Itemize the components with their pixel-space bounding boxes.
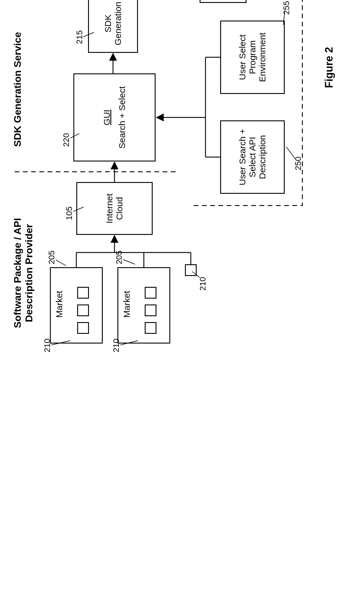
section-provider: Software Package / API Description Provi… [12, 211, 35, 335]
gui-title: GUI [102, 110, 112, 125]
market-box-1: Market [50, 267, 103, 344]
internet-cloud-box: Internet Cloud [76, 182, 153, 235]
ref-210c: 210 [198, 277, 208, 291]
ref-205b: 205 [114, 250, 124, 264]
diagram-stage: Software Package / API Description Provi… [12, 0, 352, 352]
sdk-generation-box: SDK Generation [88, 0, 138, 53]
user-edit-box: User Edit [200, 0, 247, 3]
user-search-label: User Search + Select API Description [237, 123, 267, 191]
sdk-generation-label: SDK Generation [103, 0, 123, 50]
ref-215: 215 [75, 30, 84, 44]
section-sdk: SDK Generation Service [12, 32, 23, 147]
ref-250: 250 [294, 156, 303, 170]
ref-105: 105 [65, 206, 74, 220]
ref-210a: 210 [43, 339, 52, 352]
market-item [77, 304, 89, 316]
gui-subtitle: Search + Select [117, 86, 127, 149]
market-item [77, 322, 89, 334]
market-title-2: Market [122, 291, 132, 318]
user-env-box: User Select Program Environment [220, 21, 285, 94]
market-item [145, 287, 156, 299]
ref-255: 255 [282, 1, 291, 15]
lone-provider-item [185, 264, 197, 276]
ref-220: 220 [62, 133, 71, 147]
internet-cloud-label: Internet Cloud [105, 185, 124, 232]
market-title-1: Market [54, 291, 64, 318]
market-item [145, 304, 156, 316]
market-box-2: Market [117, 267, 170, 344]
ref-205a: 205 [47, 250, 56, 264]
user-env-label: User Select Program Environment [237, 23, 267, 91]
svg-line-18 [123, 260, 135, 264]
user-search-box: User Search + Select API Description [220, 120, 285, 194]
ref-210b: 210 [112, 339, 121, 352]
market-item [77, 287, 89, 299]
svg-line-16 [56, 260, 66, 266]
market-item [145, 322, 156, 334]
gui-box: GUI Search + Select [73, 73, 156, 161]
figure-caption: Figure 2 [323, 47, 335, 88]
